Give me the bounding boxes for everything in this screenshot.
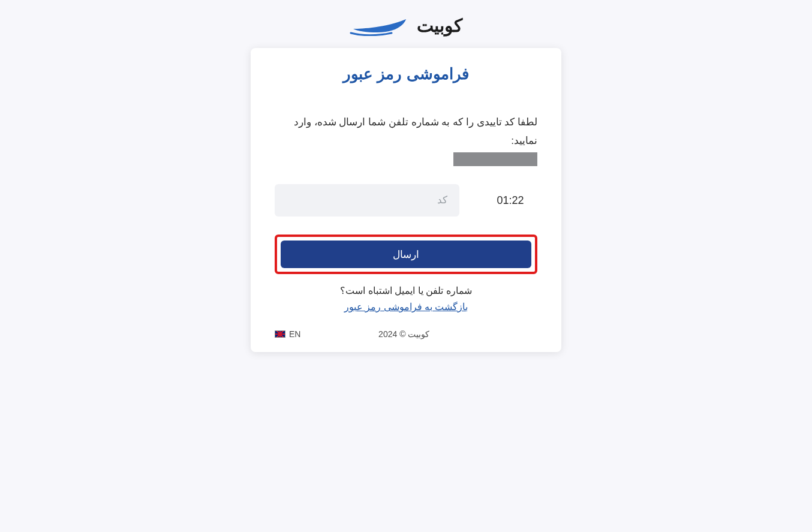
back-to-forgot-password-link[interactable]: بازگشت به فراموشی رمز عبور bbox=[275, 301, 537, 312]
brand-logo: کوبیت bbox=[350, 14, 462, 36]
boat-icon bbox=[350, 14, 410, 36]
instruction-text: لطفا کد تاییدی را که به شماره تلفن شما ا… bbox=[275, 113, 537, 150]
submit-highlight-frame: ارسال bbox=[275, 235, 537, 274]
forgot-password-card: فراموشی رمز عبور لطفا کد تاییدی را که به… bbox=[251, 48, 561, 352]
submit-button[interactable]: ارسال bbox=[281, 241, 531, 268]
masked-phone-number bbox=[453, 152, 537, 166]
code-row: 01:22 bbox=[275, 184, 537, 217]
page-title: فراموشی رمز عبور bbox=[275, 65, 537, 83]
page: کوبیت فراموشی رمز عبور لطفا کد تاییدی را… bbox=[0, 0, 812, 352]
language-label: EN bbox=[289, 329, 300, 339]
wrong-info-text: شماره تلفن یا ایمیل اشتباه است؟ bbox=[275, 285, 537, 296]
language-switcher[interactable]: EN bbox=[275, 329, 300, 339]
verification-code-input[interactable] bbox=[275, 184, 459, 217]
brand-name: کوبیت bbox=[417, 15, 462, 36]
instruction-block: لطفا کد تاییدی را که به شماره تلفن شما ا… bbox=[275, 113, 537, 166]
uk-flag-icon bbox=[275, 330, 285, 338]
card-footer: EN کوبیت © 2024 bbox=[275, 329, 537, 339]
countdown-timer: 01:22 bbox=[483, 194, 537, 207]
copyright-text: کوبیت © 2024 bbox=[300, 329, 507, 339]
